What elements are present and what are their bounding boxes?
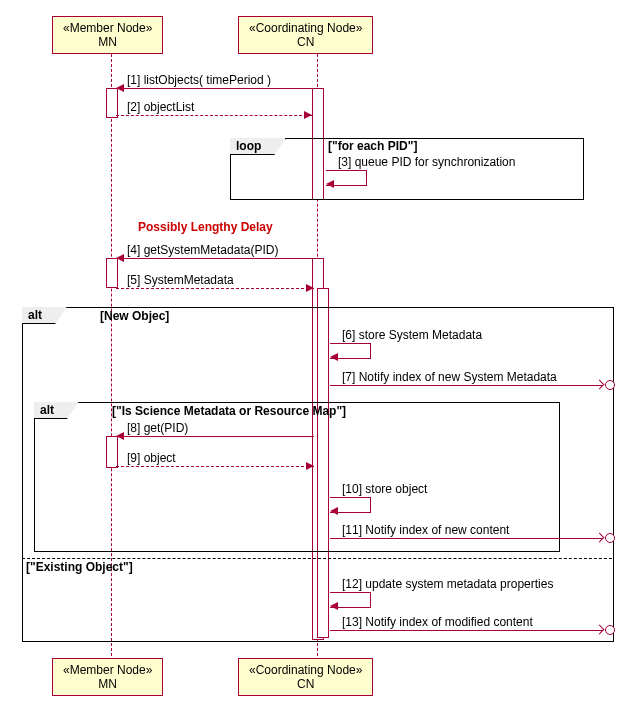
label-m3: [3] queue PID for synchronization: [338, 155, 515, 169]
arrowhead-m4: [116, 254, 124, 262]
arrowhead-m5: [306, 284, 314, 292]
ref-m13: [605, 625, 615, 635]
label-m10: [10] store object: [342, 482, 427, 496]
arrow-m2: [116, 115, 312, 117]
label-m13: [13] Notify index of modified content: [342, 615, 533, 629]
arrow-m13: [330, 630, 603, 631]
fragment-alt-outer-guard1: [New Objec]: [100, 309, 169, 323]
arrow-m1: [116, 88, 312, 89]
arrow-m5: [116, 288, 314, 290]
activation-mn-1: [106, 88, 118, 118]
arrow-m11: [330, 538, 603, 539]
label-m7: [7] Notify index of new System Metadata: [342, 370, 557, 384]
stereotype-mn-bottom: «Member Node»: [63, 663, 152, 677]
label-m4: [4] getSystemMetadata(PID): [127, 243, 278, 257]
arrow-m4: [116, 258, 312, 259]
fragment-alt-outer-guard2: ["Existing Object"]: [26, 560, 133, 574]
label-m8: [8] get(PID): [127, 421, 188, 435]
name-mn-top: MN: [98, 35, 117, 49]
delay-label: Possibly Lengthy Delay: [138, 220, 273, 234]
arrowhead-m3: [326, 180, 334, 188]
arrowhead-m9: [306, 462, 314, 470]
participant-mn-top: «Member Node» MN: [52, 16, 163, 54]
alt-divider: [22, 558, 612, 559]
arrowhead-m10: [330, 507, 338, 515]
arrowhead-m2: [304, 111, 312, 119]
participant-cn-top: «Coordinating Node» CN: [238, 16, 373, 54]
name-cn-bottom: CN: [297, 677, 314, 691]
participant-cn-bottom: «Coordinating Node» CN: [238, 658, 373, 696]
label-m5: [5] SystemMetadata: [127, 273, 234, 287]
arrowhead-m6: [330, 353, 338, 361]
label-m2: [2] objectList: [127, 100, 194, 114]
name-mn-bottom: MN: [98, 677, 117, 691]
ref-m7: [605, 380, 615, 390]
arrow-m8: [116, 436, 314, 437]
name-cn-top: CN: [297, 35, 314, 49]
stereotype-cn-bottom: «Coordinating Node»: [249, 663, 362, 677]
arrowhead-m1: [116, 84, 124, 92]
label-m9: [9] object: [127, 451, 176, 465]
stereotype-mn-top: «Member Node»: [63, 21, 152, 35]
fragment-loop-guard: ["for each PID"]: [328, 139, 417, 153]
arrowhead-m8: [116, 432, 124, 440]
label-m6: [6] store System Metadata: [342, 328, 482, 342]
arrow-m9: [116, 466, 314, 468]
arrow-m7: [330, 385, 603, 386]
participant-mn-bottom: «Member Node» MN: [52, 658, 163, 696]
arrowhead-m12: [330, 602, 338, 610]
stereotype-cn-top: «Coordinating Node»: [249, 21, 362, 35]
activation-mn-2: [106, 258, 118, 288]
ref-m11: [605, 533, 615, 543]
label-m11: [11] Notify index of new content: [342, 523, 509, 537]
label-m1: [1] listObjects( timePeriod ): [127, 73, 271, 87]
label-m12: [12] update system metadata properties: [342, 577, 553, 591]
fragment-alt-inner-guard: ["Is Science Metadata or Resource Map"]: [112, 404, 346, 418]
